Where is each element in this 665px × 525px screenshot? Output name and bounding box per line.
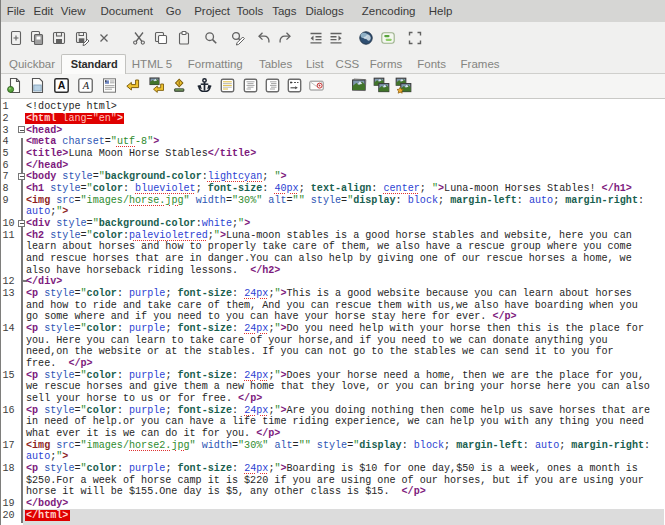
svg-text:A: A [82,80,90,91]
svg-text:A: A [58,79,66,91]
